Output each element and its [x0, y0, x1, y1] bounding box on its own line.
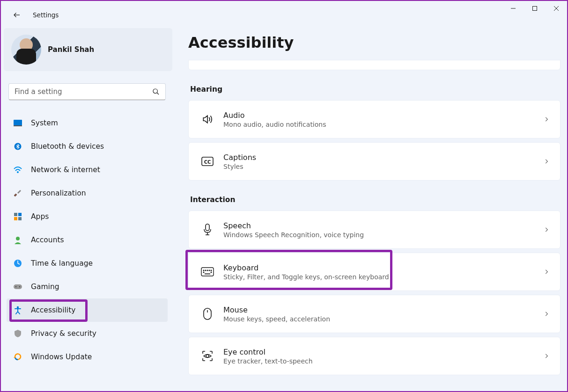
- svg-point-32: [209, 270, 210, 271]
- chevron-right-icon: [543, 116, 550, 123]
- time-language-icon: [13, 259, 22, 268]
- nav-list: System Bluetooth & devices Network & int…: [7, 111, 168, 369]
- sidebar-item-system[interactable]: System: [7, 111, 168, 135]
- svg-point-10: [17, 171, 19, 173]
- sidebar-item-label: Privacy & security: [31, 329, 96, 338]
- svg-line-6: [157, 93, 159, 94]
- sidebar-item-label: System: [31, 119, 58, 127]
- sidebar-item-windows-update[interactable]: Windows Update: [7, 345, 168, 369]
- card-subtitle: Windows Speech Recognition, voice typing: [223, 231, 364, 239]
- back-button[interactable]: [9, 7, 24, 22]
- sidebar-item-label: Accessibility: [31, 306, 75, 314]
- sidebar-item-label: Windows Update: [31, 353, 92, 361]
- content: Accessibility Hearing Audio Mono audio, …: [188, 28, 561, 379]
- svg-point-35: [211, 272, 212, 273]
- search-icon: [152, 88, 160, 95]
- card-subtitle: Mouse keys, speed, acceleration: [223, 315, 330, 323]
- close-button[interactable]: [546, 1, 567, 16]
- svg-rect-7: [14, 120, 22, 125]
- chevron-right-icon: [543, 311, 550, 317]
- svg-point-29: [203, 270, 204, 271]
- card-speech[interactable]: Speech Windows Speech Recognition, voice…: [188, 211, 561, 249]
- svg-point-21: [17, 306, 19, 308]
- card-mouse[interactable]: Mouse Mouse keys, speed, acceleration: [188, 295, 561, 333]
- svg-point-34: [203, 272, 204, 273]
- chevron-right-icon: [543, 269, 550, 275]
- sidebar-item-personalization[interactable]: Personalization: [7, 181, 168, 205]
- sidebar-item-gaming[interactable]: Gaming: [7, 275, 168, 298]
- keyboard-icon: [198, 262, 217, 281]
- card-title: Keyboard: [223, 263, 389, 272]
- sidebar-item-bluetooth[interactable]: Bluetooth & devices: [7, 135, 168, 158]
- svg-rect-13: [18, 213, 22, 216]
- card-title: Speech: [223, 221, 364, 230]
- search-box[interactable]: [8, 83, 166, 100]
- svg-point-19: [15, 286, 16, 287]
- svg-rect-15: [18, 217, 22, 220]
- chevron-right-icon: [543, 226, 550, 233]
- speech-icon: [198, 220, 217, 239]
- eye-control-icon: [198, 347, 217, 365]
- sidebar-item-network[interactable]: Network & internet: [7, 158, 168, 181]
- svg-point-30: [205, 270, 206, 271]
- card-captions[interactable]: CC Captions Styles: [188, 142, 561, 181]
- accounts-icon: [13, 235, 22, 245]
- app-title: Settings: [33, 11, 59, 19]
- maximize-button[interactable]: [524, 1, 546, 16]
- gaming-icon: [13, 282, 22, 291]
- sidebar-item-accessibility[interactable]: Accessibility: [7, 298, 168, 322]
- card-title: Mouse: [223, 305, 330, 314]
- audio-icon: [198, 110, 217, 129]
- card-eye-control[interactable]: Eye control Eye tracker, text-to-speech: [188, 337, 561, 375]
- sidebar-item-label: Time & language: [31, 259, 93, 268]
- card-subtitle: Styles: [223, 163, 256, 170]
- svg-text:CC: CC: [204, 160, 211, 165]
- sidebar-item-label: Accounts: [31, 236, 64, 244]
- window-controls: [502, 1, 567, 22]
- svg-marker-22: [14, 356, 16, 358]
- card-subtitle: Sticky, Filter, and Toggle keys, on-scre…: [223, 273, 389, 281]
- sidebar-item-label: Personalization: [31, 189, 86, 197]
- svg-rect-25: [206, 224, 209, 231]
- update-icon: [13, 352, 22, 362]
- user-account-card[interactable]: Pankil Shah: [4, 28, 172, 71]
- apps-icon: [13, 212, 22, 221]
- sidebar-item-time-language[interactable]: Time & language: [7, 252, 168, 275]
- svg-point-39: [206, 355, 209, 357]
- mouse-icon: [198, 305, 217, 323]
- svg-point-20: [19, 286, 20, 287]
- svg-rect-14: [14, 217, 17, 220]
- sidebar-item-label: Bluetooth & devices: [31, 142, 104, 151]
- card-title: Eye control: [223, 348, 313, 356]
- section-header-interaction: Interaction: [190, 196, 561, 204]
- svg-point-16: [16, 237, 20, 240]
- system-icon: [13, 118, 22, 128]
- svg-rect-8: [14, 125, 22, 126]
- search-input[interactable]: [15, 87, 152, 96]
- header: Settings: [9, 7, 59, 22]
- svg-rect-1: [533, 7, 537, 11]
- captions-icon: CC: [198, 152, 217, 171]
- minimize-button[interactable]: [502, 1, 524, 16]
- sidebar: Pankil Shah System Bluetooth & devices N…: [4, 28, 172, 369]
- privacy-icon: [13, 329, 22, 338]
- card-keyboard[interactable]: Keyboard Sticky, Filter, and Toggle keys…: [188, 253, 561, 291]
- partial-card-top: [188, 60, 561, 70]
- svg-rect-37: [204, 308, 211, 319]
- card-title: Audio: [223, 111, 326, 120]
- sidebar-item-privacy[interactable]: Privacy & security: [7, 322, 168, 345]
- card-subtitle: Eye tracker, text-to-speech: [223, 357, 313, 365]
- sidebar-item-label: Apps: [31, 212, 49, 221]
- card-audio[interactable]: Audio Mono audio, audio notifications: [188, 100, 561, 138]
- chevron-right-icon: [543, 158, 550, 165]
- personalization-icon: [13, 189, 22, 198]
- svg-point-33: [211, 270, 212, 271]
- sidebar-item-apps[interactable]: Apps: [7, 205, 168, 228]
- bluetooth-icon: [13, 142, 22, 151]
- sidebar-item-accounts[interactable]: Accounts: [7, 228, 168, 252]
- sidebar-item-label: Network & internet: [31, 166, 100, 174]
- svg-rect-18: [14, 284, 22, 289]
- sidebar-item-label: Gaming: [31, 283, 59, 291]
- user-name: Pankil Shah: [48, 45, 94, 54]
- page-title: Accessibility: [188, 34, 561, 51]
